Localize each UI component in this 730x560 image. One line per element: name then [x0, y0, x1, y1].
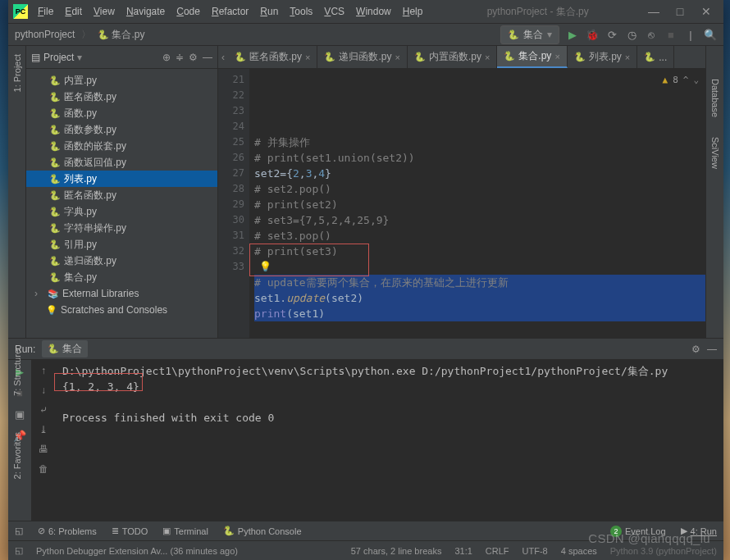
locate-icon[interactable]: ⊕: [162, 52, 171, 63]
tree-item[interactable]: 字典.py: [26, 203, 217, 220]
code-line[interactable]: # set3.pop(): [254, 228, 705, 244]
search-everywhere-button[interactable]: 🔍: [704, 28, 717, 41]
python-console-tool-button[interactable]: 🐍 Python Console: [223, 526, 302, 536]
status-encoding[interactable]: UTF-8: [522, 546, 548, 556]
tree-item[interactable]: 函数返回值.py: [26, 154, 217, 171]
minimize-button[interactable]: —: [648, 6, 659, 17]
console-line: Process finished with exit code 0: [62, 410, 717, 426]
maximize-button[interactable]: □: [674, 6, 686, 17]
close-button[interactable]: ✕: [700, 6, 712, 17]
code-line[interactable]: set1.update(set2): [254, 290, 705, 306]
menu-vcs[interactable]: VCS: [319, 3, 349, 20]
menu-view[interactable]: View: [89, 3, 120, 20]
run-button[interactable]: ▶: [566, 28, 579, 41]
run-config-selector[interactable]: 集合 ▾: [500, 25, 559, 44]
tree-item[interactable]: 引用.py: [26, 236, 217, 253]
print-icon[interactable]: 🖶: [39, 444, 48, 455]
concurrency-button[interactable]: ⎋: [645, 28, 658, 41]
tree-item[interactable]: 匿名函数.py: [26, 187, 217, 203]
status-sdk[interactable]: Python 3.9 (pythonProject): [610, 546, 717, 556]
terminal-tool-button[interactable]: ▣ Terminal: [162, 526, 208, 536]
gear-icon[interactable]: ⚙: [691, 344, 700, 355]
hide-icon[interactable]: —: [707, 344, 717, 355]
code-line[interactable]: # print(set1.union(set2)): [254, 150, 705, 166]
editor-tab[interactable]: 集合.py×: [497, 46, 567, 68]
close-icon[interactable]: ×: [395, 52, 399, 62]
menu-edit[interactable]: Edit: [60, 3, 87, 20]
down-icon[interactable]: ↓: [41, 385, 46, 396]
up-icon[interactable]: ↑: [41, 365, 46, 376]
console-output[interactable]: D:\pythonProject1\pythonProject\venv\Scr…: [56, 360, 723, 521]
code-line[interactable]: print(set1): [254, 306, 705, 321]
sciview-tool-button[interactable]: SciView: [710, 132, 720, 174]
stop-button[interactable]: ■: [664, 28, 678, 41]
status-eol[interactable]: CRLF: [486, 546, 509, 556]
wrap-icon[interactable]: ⤶: [39, 404, 48, 416]
tree-item[interactable]: 内置.py: [26, 72, 217, 89]
tree-item[interactable]: 字符串操作.py: [26, 220, 217, 236]
trash-icon[interactable]: 🗑: [39, 463, 48, 475]
code-line[interactable]: # set3={7,5,2,4,25,9}: [254, 212, 705, 228]
chevron-icon[interactable]: ^: [683, 72, 689, 88]
chevron-down-icon[interactable]: ▾: [77, 52, 82, 63]
chevron-down-icon[interactable]: ⌄: [693, 72, 699, 88]
tree-item[interactable]: 函数参数.py: [26, 121, 217, 138]
close-icon[interactable]: ×: [485, 52, 490, 62]
menu-help[interactable]: Help: [398, 3, 428, 20]
status-message[interactable]: Python Debugger Extension Av... (36 minu…: [36, 546, 238, 556]
run-tab[interactable]: 集合: [42, 340, 88, 357]
bottom-left-icon[interactable]: ◱: [15, 526, 23, 536]
project-tool-button[interactable]: 1: Project: [12, 49, 22, 97]
tree-item[interactable]: 匿名函数.py: [26, 89, 217, 105]
console-line: [62, 394, 717, 410]
debug-button[interactable]: 🐞: [586, 28, 599, 41]
tree-item[interactable]: 列表.py: [26, 171, 217, 187]
code-line[interactable]: # set2.pop(): [254, 181, 705, 197]
scroll-to-end-icon[interactable]: ⤓: [39, 424, 48, 435]
coverage-button[interactable]: ⟳: [605, 28, 618, 41]
menu-tools[interactable]: Tools: [285, 3, 317, 20]
editor-tab[interactable]: 递归函数.py×: [317, 46, 407, 68]
tree-item[interactable]: 函数.py: [26, 105, 217, 121]
menu-file[interactable]: File: [33, 3, 58, 20]
close-icon[interactable]: ×: [554, 52, 559, 61]
tab-scroll-left-icon[interactable]: ‹: [218, 52, 228, 63]
python-file-icon: [49, 124, 61, 135]
warning-icon[interactable]: ▲: [663, 72, 668, 88]
code-line[interactable]: [254, 119, 705, 134]
editor-tab[interactable]: 内置函数.py×: [408, 46, 497, 68]
editor-tab[interactable]: 匿名函数.py×: [228, 46, 317, 68]
code-line[interactable]: # print(set2): [254, 197, 705, 212]
menu-window[interactable]: Window: [351, 3, 396, 20]
hide-icon[interactable]: —: [203, 52, 212, 63]
problems-tool-button[interactable]: ⊘ 6: Problems: [38, 526, 97, 536]
tree-item[interactable]: 函数的嵌套.py: [26, 138, 217, 154]
menu-run[interactable]: Run: [255, 3, 283, 20]
database-tool-button[interactable]: Database: [710, 74, 720, 122]
close-icon[interactable]: ×: [625, 52, 630, 62]
menu-refactor[interactable]: Refactor: [207, 3, 253, 20]
menu-navigate[interactable]: Navigate: [121, 3, 170, 20]
external-libraries[interactable]: › External Libraries: [26, 285, 217, 302]
tree-item[interactable]: 递归函数.py: [26, 253, 217, 269]
status-position[interactable]: 31:1: [454, 546, 472, 556]
code-area[interactable]: ▲ 8 ^ ⌄ # 并集操作# print(set1.union(set2))s…: [249, 69, 705, 338]
expand-icon[interactable]: ≑: [176, 52, 184, 63]
favorites-tool-button[interactable]: 2: Favorites: [12, 427, 22, 484]
tree-item[interactable]: 集合.py: [26, 269, 217, 285]
more-tabs[interactable]: ...: [637, 46, 674, 68]
gear-icon[interactable]: ⚙: [189, 52, 198, 63]
todo-tool-button[interactable]: ≣ TODO: [112, 526, 148, 536]
scratches-node[interactable]: Scratches and Consoles: [26, 302, 217, 318]
code-line[interactable]: # update需要两个集合，在原来的基础之上进行更新: [254, 275, 705, 290]
code-line[interactable]: set2={2,3,4}: [254, 166, 705, 181]
breadcrumb[interactable]: pythonProject 〉 集合.py: [15, 28, 144, 42]
structure-tool-button[interactable]: 7: Structure: [12, 344, 22, 401]
menu-code[interactable]: Code: [171, 3, 205, 20]
editor-tab[interactable]: 列表.py×: [568, 46, 637, 68]
close-icon[interactable]: ×: [305, 52, 310, 62]
code-line[interactable]: # 并集操作: [254, 134, 705, 150]
editor[interactable]: 21222324252627282930313233 ▲ 8 ^ ⌄ # 并集操…: [218, 69, 705, 338]
status-indent[interactable]: 4 spaces: [561, 546, 597, 556]
profile-button[interactable]: ◷: [625, 28, 638, 41]
